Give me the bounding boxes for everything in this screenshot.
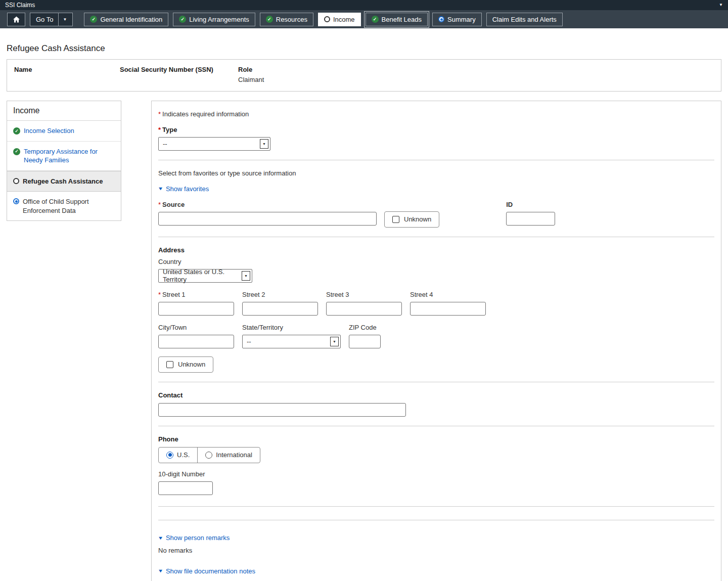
tab-summary[interactable]: Summary	[432, 13, 482, 26]
page-title: Refugee Cash Assistance	[7, 43, 721, 54]
phone-heading: Phone	[158, 435, 714, 443]
person-remarks-toggle-row: ▼ Show person remarks	[158, 533, 714, 542]
type-select-value: --	[163, 140, 167, 148]
required-note-text: Indicates required information	[162, 110, 249, 118]
source-column: *Source	[158, 201, 377, 226]
street3-input[interactable]	[326, 302, 402, 316]
tab-label: Living Arrangements	[189, 16, 249, 23]
sidebar-item-refugee-cash-assistance[interactable]: Refugee Cash Assistance	[7, 171, 121, 192]
tab-label: Benefit Leads	[382, 16, 422, 23]
state-select-value: --	[247, 338, 251, 345]
tab-income[interactable]: Income	[318, 13, 361, 26]
check-circle-icon: ✓	[13, 127, 20, 135]
city-input[interactable]	[158, 335, 234, 348]
country-select[interactable]: United States or U.S. Territory ▼	[158, 269, 252, 283]
show-favorites-link[interactable]: ▼ Show favorites	[158, 185, 209, 193]
zip-column: ZIP Code	[349, 324, 381, 348]
country-select-value: United States or U.S. Territory	[163, 268, 239, 283]
check-circle-icon: ✓	[372, 16, 379, 23]
sidebar-item-label: Temporary Assistance for Needy Families	[24, 147, 115, 165]
checkbox-icon	[166, 361, 173, 368]
home-button[interactable]	[7, 13, 25, 26]
street2-input[interactable]	[242, 302, 318, 316]
phone-us-radio[interactable]: U.S.	[159, 448, 197, 463]
divider	[158, 382, 714, 382]
required-asterisk: *	[158, 201, 161, 208]
type-select[interactable]: -- ▼	[158, 137, 270, 151]
tab-label: General Identification	[100, 16, 162, 23]
required-asterisk: *	[158, 110, 161, 118]
state-select[interactable]: -- ▼	[242, 335, 341, 348]
role-value: Claimant	[238, 76, 264, 83]
street3-label: Street 3	[326, 291, 402, 298]
contact-input[interactable]	[158, 403, 406, 417]
address-unknown-checkbox[interactable]: Unknown	[158, 356, 213, 373]
street2-label: Street 2	[242, 291, 318, 298]
radio-unselected-icon	[205, 452, 212, 459]
chevron-down-icon: ▼	[158, 568, 164, 573]
tab-general-identification[interactable]: ✓ General Identification	[84, 13, 168, 26]
main-navbar: Go To ▼ ✓ General Identification ✓ Livin…	[0, 10, 728, 28]
check-circle-icon: ✓	[266, 16, 273, 23]
tab-living-arrangements[interactable]: ✓ Living Arrangements	[173, 13, 255, 26]
country-label: Country	[158, 258, 714, 265]
divider	[158, 520, 714, 520]
divider	[158, 506, 714, 507]
favorites-hint: Select from favorites or type source inf…	[158, 169, 714, 177]
main-layout: Income ✓ Income Selection ✓ Temporary As…	[7, 101, 721, 581]
unknown-label: Unknown	[178, 361, 205, 368]
street4-input[interactable]	[410, 302, 486, 316]
tab-claim-edits-alerts[interactable]: Claim Edits and Alerts	[486, 13, 563, 26]
person-role-column: Role Claimant	[238, 66, 264, 85]
street4-column: Street 4	[410, 291, 486, 316]
income-form-panel: *Indicates required information *Type --…	[151, 101, 721, 581]
id-column: ID	[506, 201, 555, 226]
go-to-dropdown[interactable]: Go To ▼	[30, 13, 73, 26]
source-unknown-checkbox[interactable]: Unknown	[384, 211, 439, 228]
income-sidebar: Income ✓ Income Selection ✓ Temporary As…	[7, 101, 121, 221]
app-title: SSI Claims	[5, 2, 35, 9]
name-label: Name	[14, 66, 120, 73]
divider	[158, 160, 714, 160]
required-note: *Indicates required information	[158, 110, 714, 118]
person-header: Name Social Security Number (SSN) Role C…	[7, 59, 721, 92]
show-file-notes-link[interactable]: ▼ Show file documentation notes	[158, 567, 255, 575]
sidebar-title: Income	[7, 101, 121, 121]
street1-column: *Street 1	[158, 291, 234, 316]
tab-benefit-leads[interactable]: ✓ Benefit Leads	[366, 13, 428, 26]
collapse-caret-icon[interactable]: ▼	[719, 3, 723, 7]
favorites-toggle-row: ▼ Show favorites	[158, 184, 714, 193]
zip-input[interactable]	[349, 335, 381, 348]
street4-label: Street 4	[410, 291, 486, 298]
id-input[interactable]	[506, 212, 555, 226]
checkbox-icon	[392, 216, 399, 223]
sidebar-item-label: Office of Child Support Enforcement Data	[23, 197, 115, 215]
phone-number-input[interactable]	[158, 481, 213, 495]
person-name-column: Name	[14, 66, 120, 85]
contact-heading: Contact	[158, 391, 714, 399]
city-state-zip-row: City/Town State/Territory -- ▼ ZIP Code	[158, 324, 714, 348]
app-titlebar: SSI Claims ▼	[0, 0, 728, 10]
select-arrow-icon: ▼	[260, 139, 268, 149]
show-favorites-label: Show favorites	[166, 185, 209, 193]
source-input[interactable]	[158, 212, 377, 226]
show-file-notes-label: Show file documentation notes	[166, 567, 255, 575]
status-circle-icon	[438, 16, 444, 22]
show-person-remarks-label: Show person remarks	[166, 534, 230, 542]
source-row: *Source Unknown ID	[158, 201, 714, 228]
show-person-remarks-link[interactable]: ▼ Show person remarks	[158, 534, 230, 542]
page-content: Refugee Cash Assistance Name Social Secu…	[7, 43, 721, 581]
required-asterisk: *	[158, 291, 161, 298]
tab-label: Claim Edits and Alerts	[492, 16, 557, 23]
chevron-down-icon: ▼	[158, 535, 164, 541]
sidebar-item-tanf[interactable]: ✓ Temporary Assistance for Needy Familie…	[7, 142, 121, 171]
sidebar-item-ocse-data[interactable]: Office of Child Support Enforcement Data	[7, 192, 121, 220]
phone-international-radio[interactable]: International	[197, 448, 260, 463]
tab-label: Summary	[447, 16, 476, 23]
tab-resources[interactable]: ✓ Resources	[260, 13, 313, 26]
source-label: *Source	[158, 201, 377, 208]
sidebar-item-income-selection[interactable]: ✓ Income Selection	[7, 121, 121, 142]
unknown-label: Unknown	[404, 215, 431, 223]
street2-column: Street 2	[242, 291, 318, 316]
street1-input[interactable]	[158, 302, 234, 316]
